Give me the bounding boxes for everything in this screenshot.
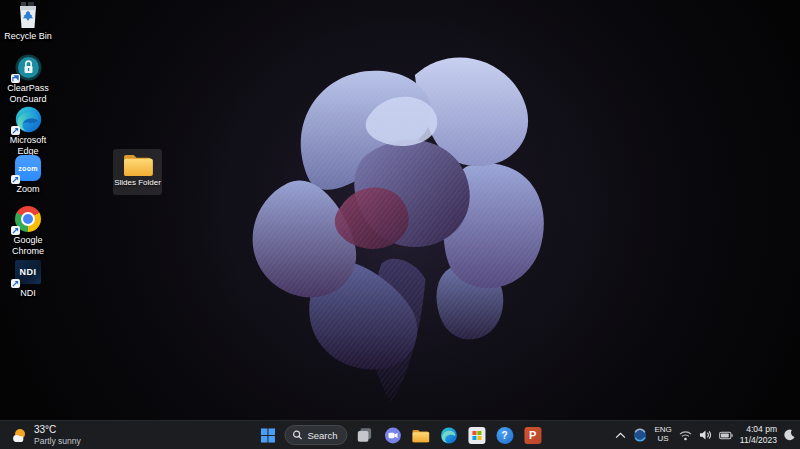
sync-globe-icon [633, 428, 647, 442]
wifi-icon [679, 430, 692, 441]
language-switcher[interactable]: ENG US [654, 421, 671, 449]
chrome-icon [14, 205, 42, 233]
weather-condition: Partly sunny [34, 436, 81, 446]
powerpoint-button[interactable]: P [522, 424, 544, 446]
edge-icon [14, 105, 42, 133]
microsoft-store-icon [468, 427, 485, 444]
clearpass-onguard-icon [14, 53, 42, 81]
weather-widget[interactable]: 33°C Partly sunny [7, 421, 85, 449]
weather-temp: 33°C [34, 424, 81, 436]
search-icon [292, 430, 302, 440]
shortcut-arrow-icon [11, 226, 20, 235]
chevron-up-icon [615, 432, 626, 439]
desktop-icon-google-chrome[interactable]: Google Chrome [0, 205, 56, 258]
desktop-icon-label: Zoom [16, 184, 39, 195]
desktop-icon-recycle-bin[interactable]: Recycle Bin [0, 1, 56, 42]
folder-label: Slides Folder [114, 178, 161, 187]
tray-sync-app-button[interactable] [633, 421, 647, 449]
chat-icon [384, 427, 401, 444]
folder-icon [122, 152, 153, 177]
taskbar: 33°C Partly sunny Search [0, 420, 800, 449]
partly-sunny-icon [11, 428, 28, 443]
do-not-disturb-moon-icon [784, 429, 795, 441]
desktop-icon-label: Google Chrome [1, 235, 55, 258]
windows-logo-icon [260, 428, 275, 443]
ndi-icon: NDI [14, 258, 42, 286]
shortcut-arrow-icon [11, 74, 20, 83]
tray-overflow-button[interactable] [615, 421, 626, 449]
task-view-button[interactable] [354, 424, 376, 446]
speaker-icon [699, 429, 712, 441]
desktop-icon-ndi[interactable]: NDI NDI [0, 258, 56, 299]
language-region: US [658, 435, 669, 444]
bloom-wallpaper-art [228, 14, 573, 414]
file-explorer-button[interactable] [410, 424, 432, 446]
desktop-icon-clearpass-onguard[interactable]: ClearPass OnGuard [0, 53, 56, 106]
taskbar-center: Search [256, 421, 543, 449]
powerpoint-icon: P [524, 427, 541, 444]
battery-icon [719, 431, 733, 440]
file-explorer-icon [412, 428, 430, 443]
recycle-bin-icon [14, 1, 42, 29]
start-button[interactable] [256, 424, 278, 446]
get-help-button[interactable]: ? [494, 424, 516, 446]
network-button[interactable] [679, 421, 692, 449]
search-box[interactable]: Search [284, 425, 347, 445]
clock-time: 4:04 pm [746, 424, 777, 435]
zoom-icon: zoom [14, 154, 42, 182]
battery-button[interactable] [719, 421, 733, 449]
shortcut-arrow-icon [11, 126, 20, 135]
shortcut-arrow-icon [11, 175, 20, 184]
desktop-icon-label: Recycle Bin [4, 31, 52, 42]
desktop-icon-label: NDI [20, 288, 36, 299]
search-label: Search [307, 430, 337, 441]
clock[interactable]: 4:04 pm 11/4/2023 [740, 421, 777, 449]
notification-center-button[interactable] [784, 421, 795, 449]
chat-button[interactable] [382, 424, 404, 446]
volume-button[interactable] [699, 421, 712, 449]
desktop-folder-slides[interactable]: Slides Folder [113, 149, 162, 195]
help-icon: ? [496, 427, 513, 444]
clock-date: 11/4/2023 [740, 435, 777, 446]
microsoft-store-button[interactable] [466, 424, 488, 446]
edge-icon [440, 427, 457, 444]
shortcut-arrow-icon [11, 279, 20, 288]
desktop-screen: Recycle Bin ClearPass OnGuard [0, 0, 800, 449]
task-view-icon [357, 427, 373, 443]
desktop-icon-zoom[interactable]: zoom Zoom [0, 154, 56, 195]
desktop-icon-microsoft-edge[interactable]: Microsoft Edge [0, 105, 56, 158]
wallpaper [0, 0, 800, 449]
desktop-icon-label: ClearPass OnGuard [1, 83, 55, 106]
edge-taskbar-button[interactable] [438, 424, 460, 446]
system-tray: ENG US [615, 421, 797, 449]
